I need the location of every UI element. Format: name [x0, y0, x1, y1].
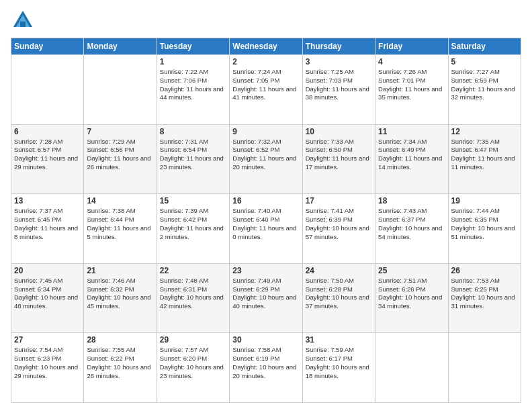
day-info: Sunrise: 7:34 AM Sunset: 6:49 PM Dayligh… [378, 138, 445, 172]
calendar-cell [84, 55, 157, 125]
day-info: Sunrise: 7:49 AM Sunset: 6:29 PM Dayligh… [232, 277, 299, 311]
calendar-cell: 8Sunrise: 7:31 AM Sunset: 6:54 PM Daylig… [157, 124, 229, 194]
calendar-cell: 5Sunrise: 7:27 AM Sunset: 6:59 PM Daylig… [448, 55, 521, 125]
calendar-week-5: 27Sunrise: 7:54 AM Sunset: 6:23 PM Dayli… [11, 333, 521, 403]
day-info: Sunrise: 7:55 AM Sunset: 6:22 PM Dayligh… [87, 346, 153, 380]
column-header-tuesday: Tuesday [157, 38, 229, 55]
day-number: 17 [306, 196, 372, 205]
day-info: Sunrise: 7:32 AM Sunset: 6:52 PM Dayligh… [232, 138, 299, 172]
day-info: Sunrise: 7:37 AM Sunset: 6:45 PM Dayligh… [14, 207, 81, 241]
calendar-cell: 17Sunrise: 7:41 AM Sunset: 6:39 PM Dayli… [302, 194, 375, 264]
day-info: Sunrise: 7:40 AM Sunset: 6:40 PM Dayligh… [232, 207, 299, 241]
day-info: Sunrise: 7:22 AM Sunset: 7:06 PM Dayligh… [160, 68, 226, 102]
calendar-cell: 7Sunrise: 7:29 AM Sunset: 6:56 PM Daylig… [84, 124, 157, 194]
day-info: Sunrise: 7:41 AM Sunset: 6:39 PM Dayligh… [306, 207, 372, 241]
page: SundayMondayTuesdayWednesdayThursdayFrid… [0, 0, 532, 411]
day-number: 11 [378, 127, 445, 136]
calendar-cell: 4Sunrise: 7:26 AM Sunset: 7:01 PM Daylig… [375, 55, 448, 125]
column-header-thursday: Thursday [302, 38, 375, 55]
day-info: Sunrise: 7:51 AM Sunset: 6:26 PM Dayligh… [378, 277, 445, 311]
day-info: Sunrise: 7:35 AM Sunset: 6:47 PM Dayligh… [451, 138, 518, 172]
day-info: Sunrise: 7:45 AM Sunset: 6:34 PM Dayligh… [14, 277, 81, 311]
day-info: Sunrise: 7:46 AM Sunset: 6:32 PM Dayligh… [87, 277, 153, 311]
calendar-cell: 26Sunrise: 7:53 AM Sunset: 6:25 PM Dayli… [448, 263, 521, 333]
calendar-cell: 21Sunrise: 7:46 AM Sunset: 6:32 PM Dayli… [84, 263, 157, 333]
day-info: Sunrise: 7:59 AM Sunset: 6:17 PM Dayligh… [306, 346, 372, 380]
day-info: Sunrise: 7:26 AM Sunset: 7:01 PM Dayligh… [378, 68, 445, 102]
calendar-week-2: 6Sunrise: 7:28 AM Sunset: 6:57 PM Daylig… [11, 124, 521, 194]
calendar-cell: 6Sunrise: 7:28 AM Sunset: 6:57 PM Daylig… [11, 124, 84, 194]
day-number: 18 [378, 196, 445, 205]
calendar-cell: 28Sunrise: 7:55 AM Sunset: 6:22 PM Dayli… [84, 333, 157, 403]
day-number: 3 [306, 57, 372, 66]
day-info: Sunrise: 7:31 AM Sunset: 6:54 PM Dayligh… [160, 138, 226, 172]
calendar-cell: 15Sunrise: 7:39 AM Sunset: 6:42 PM Dayli… [157, 194, 229, 264]
day-number: 25 [378, 266, 445, 275]
calendar-cell [375, 333, 448, 403]
day-info: Sunrise: 7:38 AM Sunset: 6:44 PM Dayligh… [87, 207, 153, 241]
calendar-cell: 31Sunrise: 7:59 AM Sunset: 6:17 PM Dayli… [302, 333, 375, 403]
logo-icon [11, 8, 35, 32]
day-info: Sunrise: 7:57 AM Sunset: 6:20 PM Dayligh… [160, 346, 226, 380]
calendar-cell: 27Sunrise: 7:54 AM Sunset: 6:23 PM Dayli… [11, 333, 84, 403]
calendar-cell: 19Sunrise: 7:44 AM Sunset: 6:35 PM Dayli… [448, 194, 521, 264]
column-header-wednesday: Wednesday [230, 38, 302, 55]
day-number: 14 [87, 196, 153, 205]
day-number: 31 [306, 335, 372, 345]
day-info: Sunrise: 7:39 AM Sunset: 6:42 PM Dayligh… [160, 207, 226, 241]
calendar-table: SundayMondayTuesdayWednesdayThursdayFrid… [11, 38, 521, 403]
calendar-header-row: SundayMondayTuesdayWednesdayThursdayFrid… [11, 38, 521, 55]
day-number: 20 [14, 266, 81, 275]
day-number: 7 [87, 127, 153, 136]
day-info: Sunrise: 7:43 AM Sunset: 6:37 PM Dayligh… [378, 207, 445, 241]
calendar-cell: 25Sunrise: 7:51 AM Sunset: 6:26 PM Dayli… [375, 263, 448, 333]
calendar-week-4: 20Sunrise: 7:45 AM Sunset: 6:34 PM Dayli… [11, 263, 521, 333]
calendar-cell [11, 55, 84, 125]
day-number: 1 [160, 57, 226, 66]
day-info: Sunrise: 7:44 AM Sunset: 6:35 PM Dayligh… [451, 207, 518, 241]
calendar-cell: 22Sunrise: 7:48 AM Sunset: 6:31 PM Dayli… [157, 263, 229, 333]
calendar-cell: 14Sunrise: 7:38 AM Sunset: 6:44 PM Dayli… [84, 194, 157, 264]
calendar-cell: 2Sunrise: 7:24 AM Sunset: 7:05 PM Daylig… [230, 55, 302, 125]
calendar-cell [448, 333, 521, 403]
svg-rect-2 [20, 21, 26, 27]
calendar-cell: 24Sunrise: 7:50 AM Sunset: 6:28 PM Dayli… [302, 263, 375, 333]
day-number: 15 [160, 196, 226, 205]
column-header-sunday: Sunday [11, 38, 84, 55]
day-info: Sunrise: 7:24 AM Sunset: 7:05 PM Dayligh… [232, 68, 299, 102]
day-info: Sunrise: 7:58 AM Sunset: 6:19 PM Dayligh… [232, 346, 299, 380]
column-header-monday: Monday [84, 38, 157, 55]
day-number: 26 [451, 266, 518, 275]
calendar-cell: 13Sunrise: 7:37 AM Sunset: 6:45 PM Dayli… [11, 194, 84, 264]
header [11, 8, 521, 32]
day-number: 6 [14, 127, 81, 136]
calendar-cell: 20Sunrise: 7:45 AM Sunset: 6:34 PM Dayli… [11, 263, 84, 333]
day-number: 30 [232, 335, 299, 345]
day-info: Sunrise: 7:27 AM Sunset: 6:59 PM Dayligh… [451, 68, 518, 102]
day-number: 13 [14, 196, 81, 205]
calendar-cell: 11Sunrise: 7:34 AM Sunset: 6:49 PM Dayli… [375, 124, 448, 194]
day-info: Sunrise: 7:53 AM Sunset: 6:25 PM Dayligh… [451, 277, 518, 311]
calendar-cell: 16Sunrise: 7:40 AM Sunset: 6:40 PM Dayli… [230, 194, 302, 264]
day-info: Sunrise: 7:50 AM Sunset: 6:28 PM Dayligh… [306, 277, 372, 311]
calendar-cell: 12Sunrise: 7:35 AM Sunset: 6:47 PM Dayli… [448, 124, 521, 194]
day-info: Sunrise: 7:48 AM Sunset: 6:31 PM Dayligh… [160, 277, 226, 311]
day-number: 16 [232, 196, 299, 205]
day-number: 29 [160, 335, 226, 345]
day-number: 27 [14, 335, 81, 345]
day-info: Sunrise: 7:29 AM Sunset: 6:56 PM Dayligh… [87, 138, 153, 172]
day-number: 12 [451, 127, 518, 136]
day-number: 8 [160, 127, 226, 136]
day-number: 9 [232, 127, 299, 136]
day-number: 10 [306, 127, 372, 136]
column-header-friday: Friday [375, 38, 448, 55]
day-number: 21 [87, 266, 153, 275]
day-number: 23 [232, 266, 299, 275]
day-number: 28 [87, 335, 153, 345]
calendar-cell: 30Sunrise: 7:58 AM Sunset: 6:19 PM Dayli… [230, 333, 302, 403]
column-header-saturday: Saturday [448, 38, 521, 55]
day-number: 5 [451, 57, 518, 66]
calendar-cell: 23Sunrise: 7:49 AM Sunset: 6:29 PM Dayli… [230, 263, 302, 333]
day-number: 24 [306, 266, 372, 275]
day-number: 2 [232, 57, 299, 66]
